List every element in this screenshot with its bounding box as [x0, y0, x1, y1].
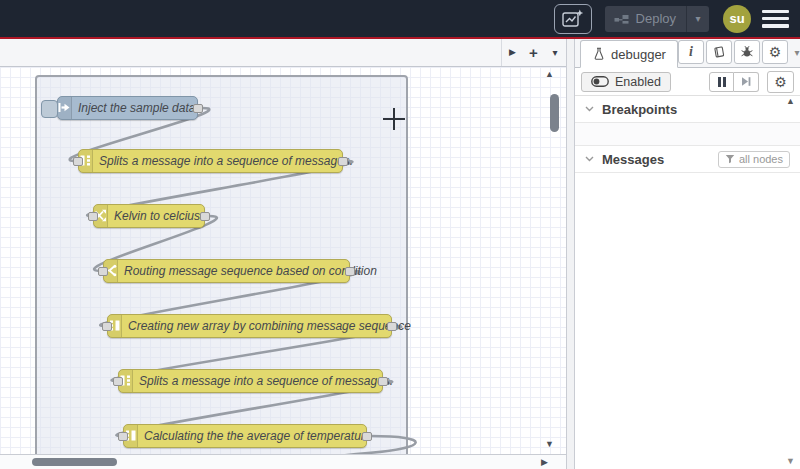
sidebar-splitter[interactable]	[566, 39, 575, 469]
deploy-options-button[interactable]: ▾	[686, 6, 709, 32]
canvas-horizontal-scrollbar[interactable]	[32, 458, 117, 466]
main-menu-button[interactable]	[762, 10, 789, 28]
node-label: Splits a message into a sequence of mess…	[133, 370, 399, 392]
input-port[interactable]	[118, 432, 128, 441]
canvas-horizontal-scroll-strip: ▶	[0, 454, 566, 469]
deploy-button[interactable]: Deploy ▾	[605, 6, 709, 32]
messages-section-header[interactable]: Messages all nodes	[575, 146, 800, 173]
output-port[interactable]	[378, 377, 388, 386]
section-label: Messages	[602, 152, 664, 167]
section-label: Breakpoints	[602, 102, 677, 117]
pause-button[interactable]	[709, 72, 734, 92]
output-port[interactable]	[193, 104, 203, 113]
settings-tab-button[interactable]: ⚙	[762, 40, 788, 64]
node-label: Splits a message into a sequence of mess…	[93, 150, 359, 172]
chevron-down-icon	[585, 106, 594, 112]
canvas-scroll-down-arrow[interactable]: ▼	[545, 439, 554, 449]
inject-node-icon-region	[58, 97, 72, 119]
input-port[interactable]	[73, 157, 83, 166]
sidebar-tab-list-button[interactable]: ▾	[790, 47, 800, 58]
canvas-vertical-scrollbar[interactable]	[550, 94, 559, 132]
output-port[interactable]	[362, 432, 372, 441]
input-port[interactable]	[102, 322, 112, 331]
node-label: Inject the sample data	[72, 97, 201, 119]
help-tab-button[interactable]	[706, 40, 732, 64]
header-bar: Deploy ▾ su	[0, 0, 800, 37]
flow-list-button[interactable]: ▾	[544, 47, 566, 58]
gear-icon: ⚙	[774, 74, 787, 90]
user-avatar[interactable]: su	[723, 5, 751, 33]
flow-canvas[interactable]: Inject the sample data Splits a message …	[0, 67, 566, 454]
step-button[interactable]	[734, 72, 759, 92]
deploy-icon	[614, 12, 629, 26]
step-forward-icon	[740, 76, 752, 87]
tabstrip-controls: ▶ + ▾	[501, 39, 566, 66]
node-red-app: Deploy ▾ su ▶ + ▾	[0, 0, 800, 469]
debugger-play-controls	[709, 72, 759, 92]
output-port[interactable]	[345, 267, 355, 276]
bug-icon	[740, 45, 754, 59]
sidebar-tab-buttons: i	[678, 40, 800, 64]
toggle-icon	[591, 76, 609, 87]
enabled-label: Enabled	[615, 75, 661, 89]
debugger-toolbar: Enabled ⚙	[575, 68, 800, 96]
breakpoints-section-header[interactable]: Breakpoints	[575, 96, 800, 123]
book-icon	[712, 45, 726, 59]
output-port[interactable]	[338, 157, 348, 166]
debug-tab-button[interactable]	[734, 40, 760, 64]
sidebar-scroll-up-arrow[interactable]: ▲	[786, 96, 795, 106]
debugger-settings-button[interactable]: ⚙	[767, 71, 794, 93]
input-port[interactable]	[98, 267, 108, 276]
filter-label: all nodes	[739, 153, 783, 165]
chevron-down-icon: ▾	[695, 13, 700, 24]
flask-icon	[592, 47, 605, 61]
node-change[interactable]: Kelvin to celcius	[93, 204, 205, 228]
gear-icon: ⚙	[769, 44, 782, 60]
deploy-button-main[interactable]: Deploy	[605, 11, 686, 26]
node-split-2[interactable]: Splits a message into a sequence of mess…	[118, 369, 383, 393]
flow-sparkle-icon	[562, 9, 584, 28]
node-label: Kelvin to celcius	[108, 205, 206, 227]
chevron-down-icon	[585, 156, 594, 162]
inject-trigger-button[interactable]	[41, 100, 58, 118]
tab-debugger[interactable]: debugger	[580, 40, 678, 68]
input-port[interactable]	[88, 212, 98, 221]
output-port[interactable]	[387, 322, 397, 331]
filter-funnel-icon	[725, 154, 735, 164]
messages-list[interactable]	[575, 173, 800, 469]
node-join-1[interactable]: Creating new array by combining message …	[107, 314, 392, 338]
node-label: Creating new array by combining message …	[122, 315, 417, 337]
node-split-1[interactable]: Splits a message into a sequence of mess…	[78, 149, 343, 173]
pause-icon	[718, 77, 726, 87]
info-tab-button[interactable]: i	[678, 40, 704, 64]
deploy-label: Deploy	[636, 11, 676, 26]
sidebar-tabbar: debugger i	[575, 39, 800, 68]
inject-icon	[58, 101, 71, 114]
node-switch[interactable]: Routing message sequence based on condit…	[103, 259, 350, 283]
message-filter-button[interactable]: all nodes	[718, 151, 790, 168]
node-label: Routing message sequence based on condit…	[118, 260, 383, 282]
sidebar: debugger i	[575, 39, 800, 469]
node-label: Calculating the the average of temperatu…	[138, 425, 377, 447]
node-inject[interactable]: Inject the sample data	[57, 96, 198, 120]
breakpoints-empty-content	[575, 123, 800, 146]
canvas-scroll-up-arrow[interactable]: ▲	[545, 69, 554, 79]
main-area: ▶ + ▾	[0, 39, 800, 469]
node-join-average[interactable]: Calculating the the average of temperatu…	[123, 424, 367, 448]
hamburger-icon	[762, 10, 789, 14]
flow-tabstrip: ▶ + ▾	[0, 39, 566, 67]
canvas-scroll-right-arrow[interactable]: ▶	[541, 457, 548, 467]
flow-generator-button[interactable]	[554, 4, 592, 34]
workspace: ▶ + ▾	[0, 39, 566, 469]
input-port[interactable]	[113, 377, 123, 386]
sidebar-scroll-down-arrow[interactable]: ▼	[786, 456, 795, 466]
scroll-tabs-right-button[interactable]: ▶	[502, 47, 523, 57]
info-icon: i	[689, 44, 693, 60]
debugger-enabled-toggle[interactable]: Enabled	[581, 72, 671, 92]
tab-label: debugger	[611, 47, 666, 62]
output-port[interactable]	[200, 212, 210, 221]
add-flow-button[interactable]: +	[523, 44, 544, 61]
